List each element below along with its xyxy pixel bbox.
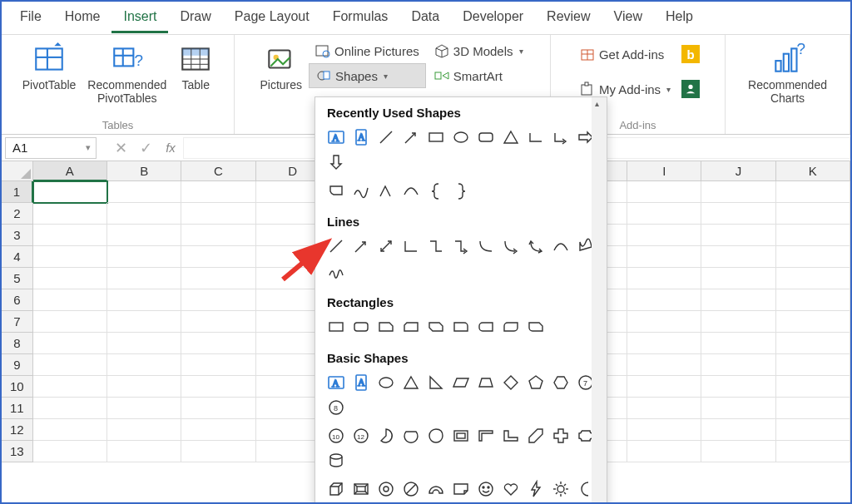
block-arc-icon[interactable] bbox=[425, 478, 447, 500]
half-frame-icon[interactable] bbox=[475, 425, 497, 447]
smiley-icon[interactable] bbox=[475, 478, 497, 500]
left-brace-icon[interactable] bbox=[425, 180, 447, 201]
bevel-icon[interactable] bbox=[350, 478, 372, 500]
cell-I3[interactable] bbox=[627, 225, 701, 246]
cell-C1[interactable] bbox=[181, 181, 255, 203]
textbox-v-icon[interactable]: A bbox=[350, 126, 372, 148]
cell-A13[interactable] bbox=[33, 441, 107, 462]
cell-C8[interactable] bbox=[181, 333, 255, 354]
scribble-2-icon[interactable] bbox=[325, 260, 347, 282]
cell-B10[interactable] bbox=[107, 376, 181, 398]
cell-C7[interactable] bbox=[181, 311, 255, 333]
chord-icon[interactable] bbox=[400, 425, 422, 447]
people-addin-button[interactable] bbox=[679, 77, 702, 101]
tab-help[interactable]: Help bbox=[654, 2, 705, 33]
octagon-icon[interactable]: 8 bbox=[325, 397, 347, 418]
cancel-formula-button[interactable]: ✕ bbox=[108, 139, 133, 157]
cell-C4[interactable] bbox=[181, 246, 255, 268]
rect-snip2-icon[interactable] bbox=[400, 316, 422, 338]
cell-I12[interactable] bbox=[627, 419, 701, 441]
row-header-8[interactable]: 8 bbox=[2, 333, 33, 354]
pivot-table-button[interactable]: PivotTable bbox=[17, 38, 82, 95]
cell-I1[interactable] bbox=[627, 181, 701, 203]
plus-icon[interactable] bbox=[550, 425, 572, 447]
elbow-2-icon[interactable] bbox=[425, 235, 447, 257]
tab-view[interactable]: View bbox=[602, 2, 654, 33]
cell-A2[interactable] bbox=[33, 203, 107, 225]
recommended-pivot-button[interactable]: ? Recommended PivotTables bbox=[82, 38, 171, 108]
textbox-h-icon[interactable]: A bbox=[325, 126, 347, 148]
online-pictures-button[interactable]: Online Pictures bbox=[309, 38, 426, 63]
cell-B8[interactable] bbox=[107, 333, 181, 354]
row-header-2[interactable]: 2 bbox=[2, 203, 33, 225]
cell-J3[interactable] bbox=[701, 225, 775, 246]
cell-C5[interactable] bbox=[181, 268, 255, 289]
rectangle-icon[interactable] bbox=[425, 126, 447, 148]
cell-C10[interactable] bbox=[181, 376, 255, 398]
recommended-charts-button[interactable]: ? Recommended Charts bbox=[743, 38, 832, 108]
table-button[interactable]: Table bbox=[173, 38, 218, 95]
tab-data[interactable]: Data bbox=[399, 2, 451, 33]
row-header-7[interactable]: 7 bbox=[2, 311, 33, 333]
right-triangle-icon[interactable] bbox=[425, 372, 447, 393]
cell-J1[interactable] bbox=[701, 181, 775, 203]
cell-B1[interactable] bbox=[107, 181, 181, 203]
tab-developer[interactable]: Developer bbox=[451, 2, 535, 33]
cell-B6[interactable] bbox=[107, 289, 181, 311]
rect-rounded-icon[interactable] bbox=[350, 316, 372, 338]
diagonal-stripe-icon[interactable] bbox=[525, 425, 547, 447]
line-icon[interactable] bbox=[375, 126, 397, 148]
parallelogram-icon[interactable] bbox=[450, 372, 472, 393]
cell-C11[interactable] bbox=[181, 398, 255, 419]
panel-scrollbar[interactable] bbox=[592, 97, 607, 504]
cell-K12[interactable] bbox=[776, 419, 850, 441]
line-double-arrow-icon[interactable] bbox=[375, 235, 397, 257]
rect-round-diag-icon[interactable] bbox=[500, 316, 522, 338]
curve-2-icon[interactable] bbox=[550, 235, 572, 257]
name-box[interactable]: A1 bbox=[5, 137, 97, 159]
rect-snip-diag-icon[interactable] bbox=[425, 316, 447, 338]
col-header-b[interactable]: B bbox=[107, 161, 181, 181]
bing-addin-button[interactable]: b bbox=[679, 42, 702, 67]
cell-K6[interactable] bbox=[776, 289, 850, 311]
arrow-icon[interactable] bbox=[400, 126, 422, 148]
elbow-arrow-icon[interactable] bbox=[550, 126, 572, 148]
select-all-corner[interactable] bbox=[2, 161, 33, 181]
accept-formula-button[interactable]: ✓ bbox=[133, 139, 158, 157]
col-header-a[interactable]: A bbox=[33, 161, 107, 181]
row-header-13[interactable]: 13 bbox=[2, 441, 33, 462]
col-header-k[interactable]: K bbox=[776, 161, 850, 181]
heart-icon[interactable] bbox=[500, 478, 522, 500]
cell-J4[interactable] bbox=[701, 246, 775, 268]
cell-I6[interactable] bbox=[627, 289, 701, 311]
cell-K10[interactable] bbox=[776, 376, 850, 398]
cell-J12[interactable] bbox=[701, 419, 775, 441]
scribble-icon[interactable] bbox=[350, 180, 372, 201]
cell-J5[interactable] bbox=[701, 268, 775, 289]
col-header-i[interactable]: I bbox=[627, 161, 701, 181]
teardrop-icon[interactable] bbox=[425, 425, 447, 447]
curved-connector-icon[interactable] bbox=[475, 235, 497, 257]
cell-K8[interactable] bbox=[776, 333, 850, 354]
pentagon-icon[interactable] bbox=[525, 372, 547, 393]
cell-A7[interactable] bbox=[33, 311, 107, 333]
tab-insert[interactable]: Insert bbox=[111, 2, 168, 33]
get-addins-button[interactable]: Get Add-ins bbox=[573, 42, 677, 67]
cell-A8[interactable] bbox=[33, 333, 107, 354]
cell-I11[interactable] bbox=[627, 398, 701, 419]
down-arrow-icon[interactable] bbox=[325, 151, 347, 173]
row-header-12[interactable]: 12 bbox=[2, 419, 33, 441]
cell-K2[interactable] bbox=[776, 203, 850, 225]
cell-K3[interactable] bbox=[776, 225, 850, 246]
oval-icon[interactable] bbox=[450, 126, 472, 148]
cell-I10[interactable] bbox=[627, 376, 701, 398]
elbow-arrow-2-icon[interactable] bbox=[450, 235, 472, 257]
sun-icon[interactable] bbox=[550, 478, 572, 500]
flowchart-rect-icon[interactable] bbox=[325, 180, 347, 201]
rect-snip1-icon[interactable] bbox=[375, 316, 397, 338]
cell-B11[interactable] bbox=[107, 398, 181, 419]
l-shape-icon[interactable] bbox=[500, 425, 522, 447]
cell-I2[interactable] bbox=[627, 203, 701, 225]
oval-2-icon[interactable] bbox=[375, 372, 397, 393]
cell-B12[interactable] bbox=[107, 419, 181, 441]
